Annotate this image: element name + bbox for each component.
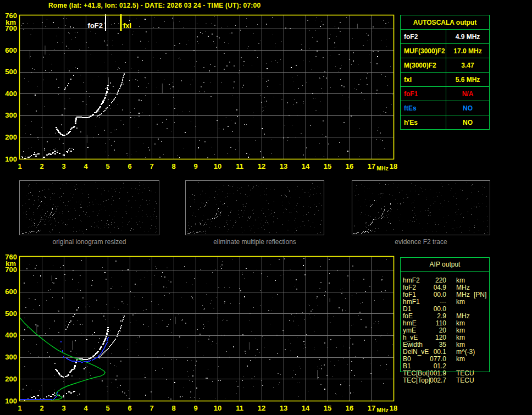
- thumbnail-caption-evidence: evidence F2 trace: [352, 238, 490, 246]
- top-ionogram-plot: foF2fxI: [20, 14, 394, 159]
- autoscala-row-muf-3000-f2: MUF(3000)F217.0 MHz: [401, 43, 489, 58]
- aip-output-rows: hmF2220kmfoF204.9MHzfoF100.0MHz[PN]hmF1-…: [400, 277, 494, 384]
- svg-text:11: 11: [236, 404, 243, 412]
- autoscala-row-value: 5.6 MHz: [446, 73, 489, 86]
- svg-text:3: 3: [62, 404, 65, 412]
- svg-text:500: 500: [5, 68, 17, 76]
- svg-text:200: 200: [5, 375, 17, 383]
- autoscala-row-value: NO: [446, 115, 489, 129]
- svg-text:12: 12: [258, 162, 265, 170]
- thumbnail-eliminate-reflections-border: [186, 181, 324, 235]
- autoscala-app-window: Rome (lat: +41.8, lon: 012.5) - DATE: 20…: [0, 0, 532, 415]
- aip-row-tec-top-: TEC[Top]002.7TECU: [400, 377, 494, 384]
- thumbnail-caption-eliminate: eliminate multiple reflections: [185, 238, 324, 246]
- autoscala-output-table: AUTOSCALA output foF24.9 MHzMUF(3000)F21…: [400, 15, 490, 130]
- svg-text:600: 600: [5, 287, 17, 296]
- autoscala-row-value: 4.9 MHz: [446, 30, 489, 43]
- svg-text:14: 14: [302, 162, 310, 170]
- autoscala-row-label: foF1: [401, 87, 446, 101]
- top-y-axis-ticks: 760700600500400300200100km: [5, 12, 17, 163]
- svg-text:400: 400: [5, 90, 17, 98]
- svg-text:300: 300: [5, 353, 17, 361]
- autoscala-row-h-es: h'EsNO: [401, 115, 489, 129]
- svg-text:7: 7: [149, 162, 153, 170]
- svg-text:8: 8: [171, 404, 175, 412]
- bottom-y-axis-unit: km: [5, 259, 16, 268]
- bottom-ionogram-plot-grid: [20, 257, 394, 401]
- thumbnail-evidence-f2-trace: [352, 181, 490, 235]
- svg-text:13: 13: [280, 162, 287, 170]
- svg-text:6: 6: [128, 162, 131, 170]
- autoscala-row-fof2: foF24.9 MHz: [401, 29, 489, 43]
- autoscala-row-fxi: fxI5.6 MHz: [401, 72, 489, 86]
- bottom-ionogram-plot-noise: [23, 258, 392, 400]
- svg-text:500: 500: [5, 309, 17, 318]
- svg-text:200: 200: [5, 133, 17, 141]
- svg-text:17: 17: [368, 404, 375, 412]
- svg-text:3: 3: [62, 162, 65, 170]
- svg-text:400: 400: [5, 331, 17, 339]
- autoscala-row-label: h'Es: [401, 115, 446, 129]
- svg-text:9: 9: [193, 404, 197, 412]
- top-x-axis-ticks: 123456789101112131415161718MHz: [18, 162, 397, 171]
- aip-row-value: 002.7: [422, 377, 446, 384]
- svg-text:4: 4: [84, 404, 88, 412]
- svg-text:600: 600: [5, 46, 17, 54]
- thumbnail-original-ionogram-border: [20, 181, 159, 235]
- svg-text:8: 8: [171, 162, 175, 170]
- svg-text:12: 12: [258, 404, 265, 412]
- svg-text:1: 1: [18, 162, 21, 170]
- aip-row-deln-ve: DelN_vE00.1m^(-3): [400, 348, 494, 356]
- aip-row-d1: D100.0: [400, 306, 494, 313]
- bottom-ionogram-plot: [19, 257, 394, 401]
- svg-text:2: 2: [40, 162, 43, 170]
- autoscala-row-label: foF2: [401, 30, 446, 43]
- aip-row-b0: B0077.0km: [400, 356, 494, 363]
- svg-text:100: 100: [5, 155, 17, 163]
- top-ionogram-plot-grid: [20, 15, 394, 159]
- svg-text:15: 15: [324, 162, 331, 170]
- bottom-plot-border: [20, 257, 394, 401]
- svg-text:5: 5: [106, 404, 109, 412]
- autoscala-row-label: M(3000)F2: [401, 58, 446, 72]
- autoscala-table-header: AUTOSCALA output: [401, 15, 489, 29]
- svg-text:18: 18: [390, 162, 397, 170]
- bottom-ionogram-plot-echo-traces: [22, 307, 125, 401]
- bottom-y-axis-ticks: 760700600500400300200100km: [5, 253, 17, 405]
- thumbnail-evidence-f2-trace-border: [352, 181, 490, 235]
- top-y-axis-unit: km: [5, 18, 16, 26]
- aip-row-unit: km: [456, 356, 465, 363]
- top-plot-border: [20, 15, 394, 159]
- svg-text:10: 10: [214, 162, 221, 170]
- autoscala-row-ftes: ftEsNO: [401, 101, 489, 115]
- autoscala-row-m-3000-f2: M(3000)F23.47: [401, 58, 489, 72]
- svg-text:14: 14: [302, 404, 310, 412]
- thumbnail-original-ionogram: [20, 181, 159, 235]
- svg-text:16: 16: [346, 162, 353, 170]
- svg-text:300: 300: [5, 111, 17, 119]
- autoscala-row-value: 17.0 MHz: [446, 44, 489, 58]
- autoscala-row-value: N/A: [446, 87, 489, 101]
- thumbnail-caption-original: original ionogram resized: [19, 238, 159, 246]
- bottom-x-axis-unit: MHz: [376, 407, 389, 413]
- svg-text:7: 7: [149, 404, 153, 412]
- aip-row-extra: [PN]: [474, 291, 486, 298]
- svg-text:17: 17: [368, 162, 375, 170]
- electron-density-profile-line: [19, 317, 105, 400]
- svg-text:100: 100: [5, 397, 17, 405]
- aip-row-hmf1: hmF1---km: [400, 298, 494, 306]
- top-ionogram-plot-echo-traces: [21, 68, 125, 159]
- svg-text:4: 4: [84, 162, 88, 170]
- thumbnail-eliminate-reflections: [186, 181, 324, 235]
- autoscala-row-fof1: foF1N/A: [401, 86, 489, 101]
- svg-text:15: 15: [324, 404, 331, 412]
- autoscala-row-value: 3.47: [446, 58, 489, 72]
- aip-row-unit: TECU: [456, 377, 474, 384]
- frequency-markers: foF2fxI: [88, 14, 132, 31]
- autoscala-row-value: NO: [446, 101, 489, 115]
- svg-text:13: 13: [280, 404, 287, 412]
- svg-text:16: 16: [346, 404, 353, 412]
- svg-text:9: 9: [193, 162, 197, 170]
- fxI-marker-label: fxI: [123, 21, 131, 30]
- autoscala-row-label: ftEs: [401, 101, 446, 115]
